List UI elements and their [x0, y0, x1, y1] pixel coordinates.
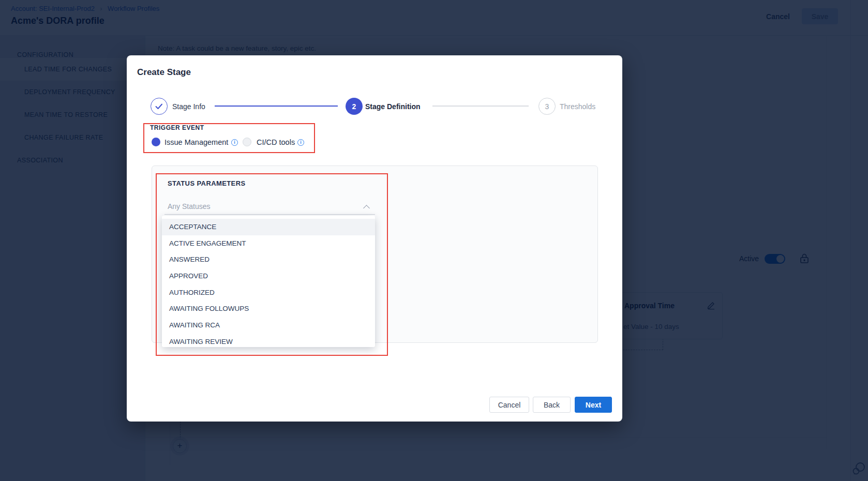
- step-2-circle[interactable]: 2: [346, 98, 363, 115]
- statuses-select-value: Any Statuses: [168, 202, 211, 211]
- radio-cicd-tools[interactable]: [243, 138, 251, 146]
- step-1-label[interactable]: Stage Info: [172, 102, 205, 111]
- radio-issue-management[interactable]: [152, 138, 160, 146]
- status-option-approved[interactable]: APPROVED: [162, 268, 375, 284]
- status-option-acceptance[interactable]: ACCEPTANCE: [162, 219, 375, 235]
- radio-cicd-tools-label[interactable]: CI/CD tools: [257, 138, 295, 146]
- chevron-up-icon: [363, 205, 370, 212]
- trigger-event-heading: TRIGGER EVENT: [150, 124, 204, 131]
- status-option-authorized[interactable]: AUTHORIZED: [162, 284, 375, 301]
- status-parameters-heading: STATUS PARAMETERS: [168, 179, 246, 187]
- modal-back-button[interactable]: Back: [533, 397, 571, 413]
- step-3-label[interactable]: Thresholds: [560, 102, 595, 111]
- create-stage-modal: Create Stage Stage Info 2 Stage Definiti…: [127, 55, 622, 422]
- status-option-active-engagement[interactable]: ACTIVE ENGAGEMENT: [162, 235, 375, 252]
- modal-title: Create Stage: [137, 67, 191, 78]
- status-option-awaiting-review[interactable]: AWAITING REVIEW: [162, 334, 375, 347]
- statuses-dropdown-menu: ACCEPTANCE ACTIVE ENGAGEMENT ANSWERED AP…: [162, 216, 375, 347]
- step-2-label[interactable]: Stage Definition: [365, 102, 421, 111]
- modal-next-button[interactable]: Next: [575, 397, 612, 413]
- step-3-circle[interactable]: 3: [538, 98, 556, 115]
- status-option-awaiting-followups[interactable]: AWAITING FOLLOWUPS: [162, 300, 375, 317]
- status-option-awaiting-rca[interactable]: AWAITING RCA: [162, 317, 375, 334]
- stepper-line-2: [432, 106, 529, 107]
- modal-cancel-button[interactable]: Cancel: [489, 397, 529, 413]
- info-icon-issue-management[interactable]: i: [231, 139, 238, 146]
- stepper-line-1: [215, 106, 338, 107]
- radio-issue-management-label[interactable]: Issue Management: [164, 138, 228, 146]
- status-option-answered[interactable]: ANSWERED: [162, 251, 375, 268]
- info-icon-cicd-tools[interactable]: i: [297, 139, 304, 146]
- step-1-done-check-icon[interactable]: [151, 98, 168, 115]
- statuses-select-field[interactable]: Any Statuses: [164, 201, 375, 215]
